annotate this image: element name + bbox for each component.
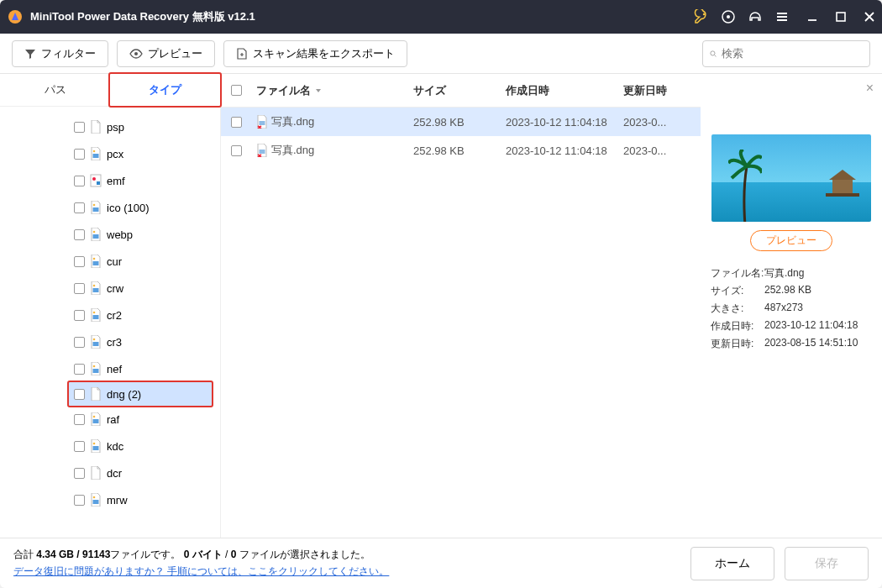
tree-checkbox[interactable] [74,337,85,348]
tree-item[interactable]: webp [0,221,220,248]
tree-item[interactable]: emf [0,167,220,194]
tree-checkbox[interactable] [74,176,85,186]
tree-item-label: psp [107,121,124,134]
svg-rect-35 [826,193,859,197]
tab-type[interactable]: タイプ [108,72,222,108]
close-preview-icon[interactable]: × [866,81,874,96]
menu-icon[interactable] [774,9,790,24]
tree-item-label: crw [107,282,123,295]
preview-panel: × プレビュー ファイル名:写真.dng サイズ:252.98 KB 大きさ:4… [701,74,882,538]
close-icon[interactable] [864,11,875,23]
save-button[interactable]: 保存 [785,547,869,580]
svg-point-29 [93,443,96,445]
tree-checkbox[interactable] [74,495,85,506]
tree-item[interactable]: nef [0,355,220,382]
preview-metadata: ファイル名:写真.dng サイズ:252.98 KB 大きさ:487x273 作… [711,265,872,353]
search-box[interactable] [702,40,870,67]
tree-checkbox[interactable] [74,364,85,375]
file-row[interactable]: 写真.dng252.98 KB2023-10-12 11:04:182023-0… [221,108,701,136]
tree-item[interactable]: cr2 [0,302,220,328]
file-row[interactable]: 写真.dng252.98 KB2023-10-12 11:04:182023-0… [221,136,701,165]
tree-checkbox[interactable] [74,149,85,160]
tree-item[interactable]: cur [0,248,220,275]
tree-checkbox[interactable] [74,229,85,240]
type-tree[interactable]: psppcxemfico (100)webpcurcrwcr2cr3nefdng… [0,107,220,510]
preview-open-button[interactable]: プレビュー [750,230,832,251]
tree-item-label: mrw [107,494,128,507]
svg-point-10 [92,177,96,181]
tree-item-label: raf [107,413,119,426]
svg-point-15 [93,231,96,234]
tree-item-label: nef [107,363,122,375]
export-button[interactable]: スキャン結果をエクスポート [223,40,407,67]
col-name[interactable]: ファイル名 [256,83,413,98]
row-checkbox[interactable] [231,117,242,128]
file-created: 2023-10-12 11:04:18 [506,144,623,157]
svg-point-21 [93,312,96,314]
svg-rect-7 [93,154,99,158]
tree-checkbox[interactable] [74,122,85,133]
sort-desc-icon [314,87,323,95]
tree-checkbox[interactable] [74,414,85,425]
app-title: MiniTool Power Data Recovery 無料版 v12.1 [30,9,694,24]
tree-item[interactable]: dcr [0,459,220,486]
home-button[interactable]: ホーム [690,547,774,580]
search-input[interactable] [722,47,863,60]
tree-checkbox[interactable] [74,310,85,321]
tree-checkbox[interactable] [74,283,85,294]
preview-thumbnail [711,134,871,222]
tree-item[interactable]: dng (2) [67,381,213,407]
funnel-icon [24,48,36,60]
tree-item-label: cr2 [107,309,122,322]
col-created[interactable]: 作成日時 [506,83,623,98]
headset-icon[interactable] [748,9,763,24]
col-modified[interactable]: 更新日時 [623,83,690,98]
export-icon [236,48,248,60]
help-link[interactable]: データ復旧に問題がありますか？ 手順については、ここをクリックしてください。 [13,565,389,577]
tree-checkbox[interactable] [74,468,85,479]
file-modified: 2023-0... [623,144,690,157]
file-name: 写真.dng [271,114,314,129]
tree-checkbox[interactable] [74,202,85,213]
tab-path[interactable]: パス [0,74,110,106]
svg-point-31 [93,496,96,499]
title-bar: MiniTool Power Data Recovery 無料版 v12.1 [0,0,882,34]
filter-label: フィルター [41,46,96,61]
tree-item[interactable]: raf [0,406,220,433]
tree-item[interactable]: psp [0,113,220,140]
tabbar: パス タイプ [0,74,220,107]
tree-checkbox[interactable] [74,389,85,400]
col-size[interactable]: サイズ [413,83,506,98]
preview-button[interactable]: プレビュー [117,40,215,67]
tree-item-label: cur [107,255,122,268]
svg-rect-11 [97,181,100,185]
eye-icon [129,48,143,60]
svg-point-17 [93,258,96,260]
svg-rect-28 [93,446,99,450]
minimize-icon[interactable] [806,11,818,23]
status-bar: 合計 4.34 GB / 91143ファイルです。 0 バイト / 0 ファイル… [0,538,882,588]
tree-item[interactable]: mrw [0,486,220,510]
svg-rect-32 [260,121,265,125]
svg-rect-4 [837,13,845,21]
disc-icon[interactable] [721,9,736,24]
svg-point-3 [727,15,730,18]
tree-checkbox[interactable] [74,256,85,267]
file-modified: 2023-0... [623,116,690,129]
tree-item[interactable]: cr3 [0,328,220,355]
key-icon[interactable] [694,9,709,24]
tree-item[interactable]: ico (100) [0,194,220,221]
app-logo-icon [7,8,24,25]
tree-item[interactable]: kdc [0,433,220,459]
maximize-icon[interactable] [835,11,847,23]
svg-point-13 [93,204,96,207]
tree-checkbox[interactable] [74,441,85,452]
tree-item[interactable]: crw [0,275,220,302]
row-checkbox[interactable] [231,145,242,156]
column-header: ファイル名 サイズ 作成日時 更新日時 [221,74,701,108]
tree-item-label: dng (2) [107,388,141,401]
file-size: 252.98 KB [413,144,506,157]
tree-item[interactable]: pcx [0,140,220,167]
filter-button[interactable]: フィルター [12,40,108,67]
select-all-checkbox[interactable] [231,85,242,96]
